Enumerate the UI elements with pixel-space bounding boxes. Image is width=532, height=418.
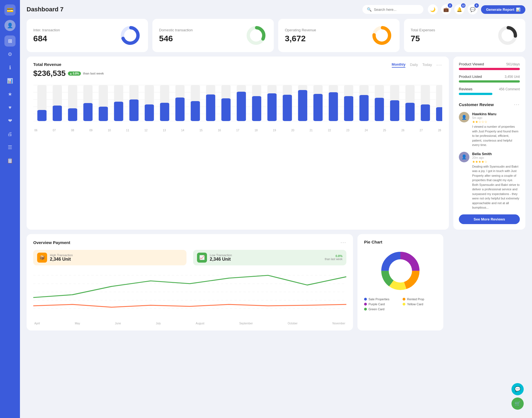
- sidebar: 💳 👤 ⊞ ⚙ ℹ 📊 ★ ♥ ❤ 🖨 ☰ 📋: [0, 0, 20, 418]
- svg-rect-67: [436, 107, 442, 121]
- legend-label-yellow: Yellow Card: [407, 302, 423, 306]
- generate-report-button[interactable]: Generate Report 📊: [481, 5, 525, 14]
- review-item-0: 👤 Hawkins Maru 5m ago ★★☆☆☆ I viewed a n…: [459, 112, 520, 147]
- legend-dot-yellow: [403, 303, 405, 306]
- legend-sale-properties: Sale Properties: [364, 298, 398, 301]
- svg-rect-66: [421, 104, 430, 121]
- donut-domestic: [245, 24, 267, 47]
- stats-panel-label-2: Reviews: [459, 87, 472, 91]
- search-box[interactable]: 🔍: [362, 5, 423, 14]
- review-avatar-1: 👤: [459, 152, 469, 162]
- float-cart-button[interactable]: 🛒: [511, 398, 524, 410]
- stat-card-inter: Inter. transaction 684: [27, 19, 148, 52]
- progress-bar-1: [459, 80, 520, 83]
- high-transaction-icon: 📦: [37, 253, 47, 263]
- stat-value-expenses: 75: [411, 34, 435, 43]
- sidebar-item-heart[interactable]: ♥: [4, 102, 16, 113]
- wallet-button[interactable]: 💼 2: [441, 4, 451, 14]
- review-stars-0: ★★☆☆☆: [472, 120, 520, 124]
- sidebar-item-chart[interactable]: 📊: [4, 75, 16, 86]
- sidebar-item-star[interactable]: ★: [4, 89, 16, 100]
- svg-rect-48: [145, 104, 154, 121]
- see-more-button[interactable]: See More Reviews: [459, 214, 520, 224]
- chat-button[interactable]: 💬 5: [468, 4, 478, 14]
- legend-label-purple: Purple Card: [369, 302, 385, 306]
- bell-button[interactable]: 🔔 12: [454, 4, 464, 14]
- tab-daily[interactable]: Daily: [410, 63, 418, 67]
- svg-rect-51: [191, 101, 200, 121]
- svg-rect-46: [114, 102, 123, 121]
- main-content: Dashboard 7 🔍 🌙 💼 2 🔔 12 💬 5 Generate Re…: [20, 0, 532, 418]
- bar-chart: [33, 82, 442, 128]
- floating-buttons: 💬 🛒: [511, 383, 524, 410]
- logo-icon[interactable]: 💳: [4, 4, 16, 16]
- stat-card-domestic: Domestic transaction 546: [152, 19, 274, 52]
- reviews-more-icon[interactable]: ···: [514, 102, 520, 107]
- high-transaction-card: 📦 High Transaction 2,346 Unit: [33, 250, 186, 265]
- progress-bar-2: [459, 93, 492, 95]
- payment-more-icon[interactable]: ···: [341, 240, 346, 245]
- tab-today[interactable]: Today: [422, 63, 432, 67]
- svg-point-78: [389, 259, 412, 283]
- low-transaction-icon: 📈: [197, 253, 207, 263]
- payment-pct: 0.8%: [325, 254, 342, 258]
- legend-label-rented: Rented Prop: [407, 298, 424, 301]
- review-text-0: I viewed a number of properties with Jus…: [472, 124, 520, 147]
- search-input[interactable]: [374, 7, 419, 12]
- low-transaction-card: 📈 Low Transaction 2,346 Unit 0.8% than l…: [193, 250, 346, 265]
- stats-panel-value-0: 561/days: [506, 62, 520, 66]
- legend-dot-sale: [364, 298, 367, 301]
- legend-label-green: Green Card: [369, 307, 384, 311]
- more-options-icon[interactable]: ···: [436, 62, 442, 68]
- legend-dot-purple: [364, 303, 367, 306]
- sidebar-item-dashboard[interactable]: ⊞: [4, 35, 16, 47]
- svg-rect-52: [206, 94, 215, 121]
- review-name-0: Hawkins Maru: [472, 112, 520, 116]
- bell-badge: 12: [461, 3, 466, 8]
- high-transaction-label: High Transaction: [50, 253, 73, 257]
- float-support-button[interactable]: 💬: [511, 383, 524, 395]
- stats-panel: Product Viewed 561/days Product Listed 3…: [453, 57, 525, 230]
- svg-rect-56: [267, 93, 277, 121]
- legend-green-card: Green Card: [364, 307, 398, 311]
- tab-monthly[interactable]: Monthly: [392, 62, 406, 68]
- theme-toggle[interactable]: 🌙: [428, 4, 438, 14]
- low-transaction-value: 2,346 Unit: [210, 257, 232, 262]
- sidebar-item-list[interactable]: 📋: [4, 155, 16, 166]
- stats-panel-value-1: 3,456 Unit: [505, 75, 520, 79]
- sidebar-item-settings[interactable]: ⚙: [4, 49, 16, 60]
- progress-bar-0: [459, 68, 520, 70]
- sidebar-item-heart2[interactable]: ❤: [4, 115, 16, 126]
- stats-panel-product-viewed: Product Viewed 561/days: [459, 62, 520, 70]
- stats-panel-value-2: 456 Comment: [499, 87, 520, 91]
- reviews-title: Customer Review: [459, 102, 494, 107]
- review-avatar-0: 👤: [459, 112, 469, 122]
- sidebar-item-print[interactable]: 🖨: [4, 129, 16, 140]
- stat-label-revenue: Operating Revenue: [285, 28, 316, 32]
- revenue-tabs: Monthly Daily Today ···: [392, 62, 442, 68]
- stats-panel-label-1: Product Listed: [459, 75, 482, 79]
- pie-container: [364, 249, 437, 293]
- stat-label-domestic: Domestic transaction: [159, 28, 193, 32]
- svg-rect-41: [37, 110, 47, 121]
- svg-rect-42: [53, 106, 62, 121]
- legend-dot-rented: [403, 298, 405, 301]
- donut-revenue: [371, 24, 393, 47]
- bottom-row: Overview Payment ··· 📦 High Transaction …: [27, 234, 525, 330]
- sidebar-item-info[interactable]: ℹ: [4, 62, 16, 73]
- low-transaction-label: Low Transaction: [210, 253, 232, 257]
- page-title: Dashboard 7: [27, 6, 358, 13]
- svg-rect-44: [83, 103, 93, 121]
- stats-panel-label-0: Product Viewed: [459, 62, 484, 66]
- svg-rect-47: [129, 99, 139, 121]
- sidebar-item-menu[interactable]: ☰: [4, 142, 16, 153]
- revenue-title: Total Revenue: [33, 62, 61, 67]
- svg-rect-55: [252, 96, 261, 121]
- svg-rect-49: [160, 103, 169, 121]
- review-time-1: 20m ago: [472, 156, 520, 159]
- avatar[interactable]: 👤: [4, 20, 16, 31]
- legend-rented-prop: Rented Prop: [403, 298, 437, 301]
- search-icon: 🔍: [367, 7, 372, 12]
- review-text-1: Dealing with Syamsudin and Bakri was a j…: [472, 164, 520, 210]
- line-chart-x-labels: April May June July August September Oct…: [33, 322, 346, 325]
